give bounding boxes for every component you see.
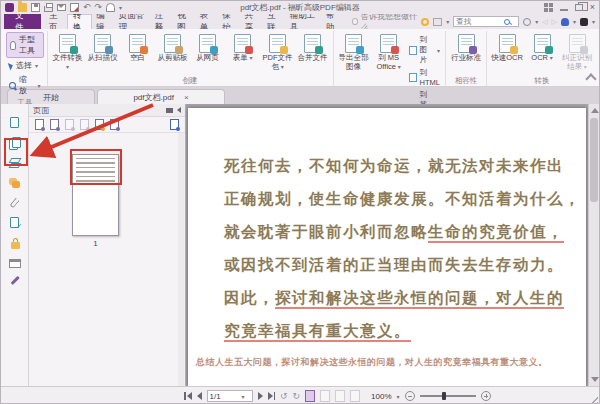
ribbon-tab[interactable]: 注释	[150, 14, 173, 29]
layers-icon[interactable]	[8, 157, 22, 170]
panel-menu-icon[interactable]	[166, 108, 173, 113]
fit-page-view-icon[interactable]	[350, 390, 360, 402]
print-icon[interactable]	[44, 6, 53, 12]
ribbon-small-button[interactable]: 到 HTML	[407, 67, 442, 88]
next-page-button[interactable]	[258, 392, 263, 400]
signatures-icon[interactable]: ✓	[8, 217, 22, 230]
zoom-caret-icon[interactable]: ▾	[397, 393, 400, 400]
ribbon-button[interactable]: OCR	[525, 32, 559, 63]
continuous-view-icon[interactable]	[320, 390, 330, 402]
ribbon-tab[interactable]: 编辑	[92, 14, 115, 29]
ribbon-button[interactable]: 表单	[226, 32, 260, 63]
last-page-button[interactable]	[268, 392, 276, 400]
page-down-icon[interactable]: ▷	[552, 18, 557, 26]
notifications-icon[interactable]	[561, 18, 569, 26]
ribbon-button[interactable]: 空白	[121, 32, 155, 63]
rotate-page-icon[interactable]	[65, 119, 74, 130]
ribbon-button[interactable]: 从扫描仪	[86, 32, 120, 63]
attachments-icon[interactable]	[8, 197, 22, 210]
ribbon-button[interactable]: PDF文件包	[261, 32, 295, 71]
pages-icon[interactable]	[8, 137, 22, 150]
sign-icon[interactable]	[433, 18, 442, 26]
save-icon[interactable]	[31, 3, 40, 12]
ribbon-small-button[interactable]: 到图片	[407, 34, 442, 66]
ribbon-tab[interactable]: 辅助工具	[285, 14, 321, 29]
single-page-view-icon[interactable]	[305, 390, 315, 402]
security-lock-icon[interactable]	[8, 237, 22, 250]
help-ring-icon[interactable]	[421, 18, 429, 26]
ribbon-button[interactable]: 行业标准	[449, 32, 483, 63]
ribbon-tab[interactable]: 保护	[218, 14, 241, 29]
ribbon-button[interactable]: 从网页	[191, 32, 225, 63]
thumb-zoom-in-icon[interactable]	[50, 119, 59, 130]
zoom-slider[interactable]	[420, 395, 476, 397]
panel-collapse-icon[interactable]	[177, 107, 181, 113]
layout-grid-icon[interactable]	[544, 3, 553, 12]
ribbon-button[interactable]: 文件转换	[51, 32, 85, 71]
facing-view-icon[interactable]	[335, 390, 345, 402]
page-number-input[interactable]	[210, 392, 240, 401]
ribbon-tab[interactable]: 主页	[45, 14, 68, 29]
scroll-up-icon[interactable]	[591, 108, 599, 113]
notifications-caret-icon[interactable]: ▾	[573, 18, 576, 25]
pdf-page[interactable]: 死往何去，不知何为命运，就无法对未来作出 正确规划，使生命健康发展。不知活着为什…	[188, 108, 586, 386]
insert-page-icon[interactable]	[80, 119, 89, 130]
destinations-icon[interactable]	[8, 257, 22, 270]
page-up-icon[interactable]: ◁	[542, 18, 547, 26]
ribbon-button[interactable]: 到 MS Office	[372, 32, 406, 71]
extract-page-icon[interactable]	[110, 119, 119, 130]
undo-icon[interactable]: ↶	[83, 3, 91, 12]
ribbon-button[interactable]: 纠正识别结果	[560, 32, 594, 71]
redo-icon[interactable]: ↷	[95, 3, 103, 12]
open-file-icon[interactable]	[18, 3, 27, 12]
account-icon[interactable]	[580, 18, 588, 26]
zoom-in-button[interactable]	[481, 391, 491, 401]
ribbon-tab[interactable]: 互联	[263, 14, 286, 29]
comments-icon[interactable]	[8, 177, 22, 190]
zoom-tool-button[interactable]: 缩放 ▾	[6, 73, 44, 97]
ribbon-button[interactable]: 从剪贴板	[156, 32, 190, 63]
first-page-button[interactable]	[184, 392, 192, 400]
previous-view-icon[interactable]: ↺	[280, 391, 288, 401]
thumb-zoom-out-icon[interactable]	[35, 119, 44, 130]
create-pdf-icon[interactable]	[70, 3, 79, 12]
hand-tool-button[interactable]: 手型工具	[6, 32, 44, 58]
fields-pen-icon[interactable]	[8, 277, 22, 290]
settings-caret-icon[interactable]: ▾	[535, 18, 538, 25]
ribbon-tab[interactable]: 视图	[173, 14, 196, 29]
close-tab-icon[interactable]: ×	[184, 93, 189, 102]
page-options-icon[interactable]	[170, 119, 179, 130]
panel-scrollbar[interactable]	[178, 133, 184, 386]
mail-icon[interactable]	[57, 4, 66, 11]
restore-button[interactable]	[575, 4, 583, 11]
next-view-icon[interactable]: ↻	[293, 391, 301, 401]
ribbon-tab[interactable]: 表单	[195, 14, 218, 29]
select-tool-button[interactable]: 选择 ▾	[6, 59, 41, 72]
page-field-caret-icon[interactable]: ▾	[242, 393, 245, 400]
customize-toolbar-caret-icon[interactable]: ▾	[119, 4, 122, 11]
ribbon-tab[interactable]: 转换	[67, 14, 92, 29]
ribbon-tab[interactable]: 共享	[240, 14, 263, 29]
zoom-slider-knob[interactable]	[442, 392, 446, 400]
scroll-down-icon[interactable]	[591, 377, 599, 382]
file-menu-button[interactable]: 文件	[4, 14, 41, 29]
search-icon[interactable]	[504, 19, 510, 25]
ribbon-button[interactable]: 导出全部图像	[337, 32, 371, 71]
bookmarks-icon[interactable]	[8, 117, 22, 130]
zoom-out-button[interactable]	[405, 391, 415, 401]
ribbon-button[interactable]: 合并文件	[296, 32, 330, 63]
delete-page-icon[interactable]	[95, 119, 104, 130]
find-input[interactable]	[456, 17, 502, 26]
previous-page-button[interactable]	[197, 392, 202, 400]
ribbon-button[interactable]: 快速OCR	[490, 32, 524, 63]
tab-document[interactable]: pdf文档.pdf ×	[97, 89, 225, 104]
settings-gear-icon[interactable]	[523, 18, 531, 26]
vertical-scrollbar[interactable]	[588, 104, 599, 386]
scrollbar-thumb[interactable]	[590, 118, 598, 202]
sign-caret-icon[interactable]: ▾	[446, 18, 449, 25]
page-thumbnail[interactable]	[72, 154, 119, 236]
ribbon-tab[interactable]: 页面管理	[114, 14, 150, 29]
close-button[interactable]: ×	[590, 3, 595, 12]
ribbon-tab[interactable]: 帮助	[321, 14, 344, 29]
account-caret-icon[interactable]: ▾	[592, 18, 595, 25]
